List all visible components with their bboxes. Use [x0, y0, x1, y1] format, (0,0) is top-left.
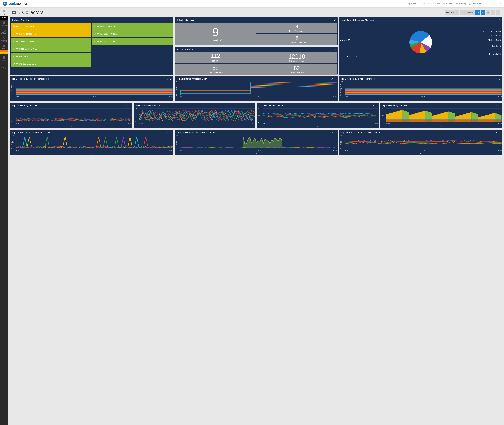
chart-widget: Top Collectors by Collector Uptime ⤢⌄ mi…	[175, 76, 338, 101]
page-header: ☆ Collectors ▶Ops Notes Last 12 hours	[8, 7, 504, 17]
ops-notes-button[interactable]: ▶Ops Notes	[445, 10, 459, 15]
collector-tile[interactable]: SD-GCP-Collecto...	[11, 23, 91, 30]
expand-caret[interactable]: ⌄	[339, 152, 502, 155]
collector-tile[interactable]: Win 2012e - Colle...	[92, 30, 173, 37]
timezone-selector[interactable]: GMT-07:00 (PDT)	[469, 3, 487, 5]
chart-widget: Top Collectors by Resources Monitored ⤢⌄…	[10, 76, 173, 101]
fullscreen-button[interactable]	[491, 10, 495, 15]
y-axis-label: %	[11, 115, 13, 116]
expand-caret[interactable]: ⌄	[10, 125, 132, 128]
brand-logo[interactable]: LogicMonitor	[3, 2, 27, 6]
collector-tile[interactable]: sd-collector11	[11, 53, 91, 60]
nav-reports[interactable]: Reports	[0, 54, 8, 62]
remote-support-status[interactable]: i Remote Support Access: Enabled	[408, 3, 440, 5]
warn-icon	[13, 33, 15, 35]
dropdown-icon[interactable]: ⌄	[252, 105, 254, 107]
expand-icon[interactable]: ⤢	[334, 19, 336, 21]
expand-caret[interactable]: ⌄	[175, 152, 338, 155]
nav-alerts[interactable]: Alerts	[0, 42, 8, 50]
share-button[interactable]	[481, 10, 485, 15]
expand-icon[interactable]: ⤢	[496, 105, 498, 107]
svg-rect-37	[16, 63, 18, 64]
dropdown-icon[interactable]: ⌄	[499, 105, 500, 107]
widget-title: Top Collectors by Instances Monitored	[341, 78, 376, 80]
collector-tile[interactable]: Win 2012f - Colle...	[92, 38, 173, 45]
svg-rect-82	[455, 120, 478, 122]
svg-rect-56	[345, 94, 502, 95]
dropdown-icon[interactable]: ⌄	[499, 78, 500, 80]
support-link[interactable]: Support	[443, 3, 453, 5]
svg-rect-46	[16, 91, 173, 92]
alert-count-orange[interactable]: 4	[0, 50, 8, 52]
expand-caret[interactable]: ⌄	[380, 125, 502, 128]
expand-icon[interactable]: ⤢	[167, 131, 168, 134]
pie-label-windows: Windows: 15.85%	[488, 39, 501, 41]
favorite-star-icon[interactable]: ☆	[17, 11, 20, 14]
expand-caret[interactable]: ⌄	[10, 152, 173, 155]
dropdown-icon[interactable]: ⌄	[170, 131, 171, 134]
dropdown-icon[interactable]: ⌄	[334, 78, 336, 80]
expand-icon[interactable]: ⤢	[496, 78, 498, 80]
dropdown-icon[interactable]: ⌄	[334, 131, 336, 134]
nav-settings[interactable]: Settings	[0, 62, 8, 70]
widget-title: Top Collectors by CPU Utili...	[12, 105, 39, 107]
dropdown-icon[interactable]: ⌄	[375, 105, 377, 107]
nav-websites[interactable]: Websites	[0, 27, 8, 35]
dropdown-icon[interactable]: ⌄	[499, 131, 500, 134]
expand-icon[interactable]: ⤢	[170, 19, 171, 21]
expand-caret[interactable]: ⌄	[175, 98, 338, 101]
server-icon	[16, 40, 18, 42]
dashboard-type-icon	[12, 11, 16, 14]
expand-caret[interactable]: ⌄	[339, 98, 502, 101]
svg-rect-47	[16, 90, 173, 91]
nav-menu[interactable]: Menu	[0, 16, 8, 20]
widget-title: Account Statistics	[177, 48, 193, 51]
header-menu-caret[interactable]	[499, 3, 501, 5]
pie-label-network: Network: 8.54%	[489, 53, 501, 55]
nav-resources[interactable]: Resources	[0, 20, 8, 27]
stat-eventsource-instances: 82 EventSource Instances	[257, 64, 337, 75]
chevron-down-icon	[497, 11, 499, 13]
expand-icon[interactable]: ⤢	[496, 131, 498, 134]
expand-caret[interactable]: ⌄	[257, 125, 379, 128]
alert-count-yellow[interactable]: 20	[0, 52, 8, 54]
svg-rect-61	[345, 90, 502, 91]
nav-dash[interactable]: Dash	[0, 8, 8, 16]
expand-icon[interactable]: ⤢	[249, 105, 251, 107]
expand-caret[interactable]: ⌄	[10, 98, 173, 101]
chart-widget: Top Collectors by Instances Monitored ⤢⌄…	[339, 76, 502, 101]
svg-rect-32	[97, 41, 99, 42]
svg-rect-31	[97, 41, 99, 41]
line-chart	[181, 81, 337, 95]
stat-datasource-instances: 12118 DataSource Instances	[257, 52, 337, 63]
fullscreen-icon	[492, 11, 494, 13]
collector-tile[interactable]: CentOS1 - Collec...	[11, 38, 91, 45]
expand-icon[interactable]: ⤢	[331, 131, 333, 134]
expand-icon[interactable]: ⤢	[372, 105, 374, 107]
server-icon	[97, 40, 99, 42]
topology-icon	[2, 36, 6, 40]
dropdown-icon[interactable]: ⌄	[170, 78, 171, 80]
svg-rect-58	[345, 93, 502, 93]
expand-icon[interactable]: ⤢	[331, 78, 333, 80]
collector-tile[interactable]: US-W1:computee...	[11, 30, 91, 37]
svg-rect-57	[345, 93, 502, 94]
chart-widget: Top Collectors by Feed Rel... ⤢⌄ minutes…	[380, 103, 502, 128]
collector-tile[interactable]: US-W2:SD-AWS-...	[92, 23, 173, 30]
collector-tile[interactable]: US-SC:vm:sd-azc...	[11, 60, 91, 67]
nav-mapping[interactable]: Mapping	[0, 35, 8, 42]
expand-caret[interactable]: ⌄	[134, 125, 256, 128]
expand-icon[interactable]: ⤢	[126, 105, 127, 107]
collector-tile[interactable]: Cisco CUCM CDR...	[11, 45, 91, 52]
server-icon	[97, 25, 99, 27]
dropdown-icon[interactable]: ⌄	[129, 105, 130, 107]
expand-icon[interactable]: ⤢	[167, 78, 168, 80]
training-link[interactable]: Training	[456, 3, 466, 5]
copy-button[interactable]	[486, 10, 490, 15]
timerange-selector[interactable]: Last 12 hours	[460, 10, 475, 15]
expand-icon[interactable]: ⤢	[499, 19, 500, 21]
widget-title: Collector Statistics	[177, 19, 194, 21]
calendar-button[interactable]	[476, 10, 480, 15]
more-menu-button[interactable]	[496, 10, 500, 15]
expand-icon[interactable]: ⤢	[334, 48, 336, 51]
